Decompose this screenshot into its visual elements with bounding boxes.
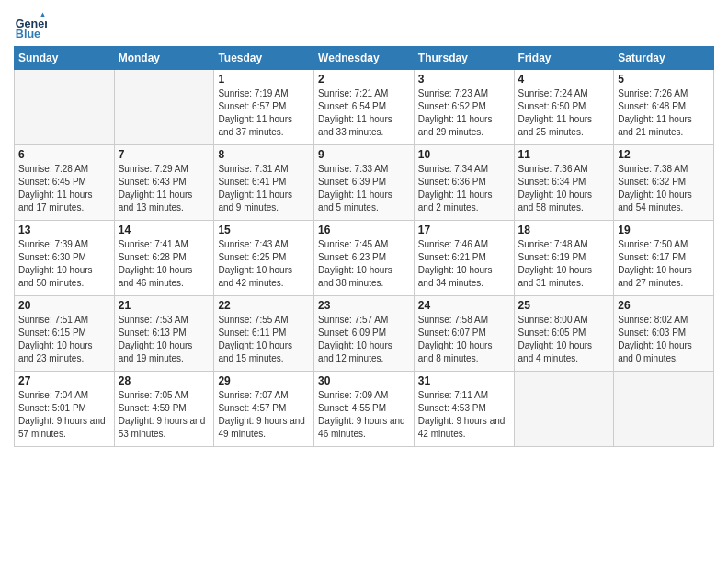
calendar-cell: 13Sunrise: 7:39 AMSunset: 6:30 PMDayligh…: [15, 221, 115, 296]
day-number: 25: [518, 299, 610, 312]
day-info: Sunrise: 7:23 AMSunset: 6:52 PMDaylight:…: [418, 87, 510, 139]
day-number: 30: [318, 374, 410, 387]
day-info: Sunrise: 7:21 AMSunset: 6:54 PMDaylight:…: [318, 87, 410, 139]
calendar-cell: 11Sunrise: 7:36 AMSunset: 6:34 PMDayligh…: [514, 145, 614, 221]
calendar-week-row: 20Sunrise: 7:51 AMSunset: 6:15 PMDayligh…: [15, 296, 714, 372]
day-info: Sunrise: 7:43 AMSunset: 6:25 PMDaylight:…: [218, 238, 310, 290]
day-number: 10: [418, 148, 510, 161]
day-number: 26: [618, 299, 710, 312]
calendar-cell: 10Sunrise: 7:34 AMSunset: 6:36 PMDayligh…: [414, 145, 514, 221]
weekday-header: Friday: [514, 47, 614, 70]
calendar-table: SundayMondayTuesdayWednesdayThursdayFrid…: [14, 46, 714, 447]
day-info: Sunrise: 7:46 AMSunset: 6:21 PMDaylight:…: [418, 238, 510, 290]
calendar-cell: 18Sunrise: 7:48 AMSunset: 6:19 PMDayligh…: [514, 221, 614, 296]
calendar-cell: 3Sunrise: 7:23 AMSunset: 6:52 PMDaylight…: [414, 70, 514, 145]
calendar-cell: 17Sunrise: 7:46 AMSunset: 6:21 PMDayligh…: [414, 221, 514, 296]
calendar-cell: 29Sunrise: 7:07 AMSunset: 4:57 PMDayligh…: [214, 372, 314, 447]
day-number: 27: [18, 374, 110, 387]
day-info: Sunrise: 7:31 AMSunset: 6:41 PMDaylight:…: [218, 163, 310, 214]
weekday-header: Wednesday: [314, 47, 415, 70]
day-info: Sunrise: 8:00 AMSunset: 6:05 PMDaylight:…: [518, 314, 610, 365]
calendar-cell: 14Sunrise: 7:41 AMSunset: 6:28 PMDayligh…: [114, 221, 214, 296]
day-number: 11: [518, 148, 610, 161]
calendar-cell: [514, 372, 614, 447]
calendar-body: 1Sunrise: 7:19 AMSunset: 6:57 PMDaylight…: [15, 70, 714, 447]
day-number: 4: [518, 73, 610, 86]
calendar-cell: [614, 372, 714, 447]
calendar-cell: 8Sunrise: 7:31 AMSunset: 6:41 PMDaylight…: [214, 145, 314, 221]
calendar-cell: 7Sunrise: 7:29 AMSunset: 6:43 PMDaylight…: [114, 145, 214, 221]
day-number: 14: [119, 224, 210, 236]
day-number: 28: [119, 374, 210, 387]
calendar-cell: 19Sunrise: 7:50 AMSunset: 6:17 PMDayligh…: [614, 221, 714, 296]
day-info: Sunrise: 7:33 AMSunset: 6:39 PMDaylight:…: [318, 163, 410, 214]
day-info: Sunrise: 7:09 AMSunset: 4:55 PMDaylight:…: [318, 389, 410, 441]
logo-icon: General Blue: [14, 9, 47, 42]
calendar-cell: 2Sunrise: 7:21 AMSunset: 6:54 PMDaylight…: [314, 70, 415, 145]
day-number: 2: [318, 73, 410, 86]
calendar-cell: 28Sunrise: 7:05 AMSunset: 4:59 PMDayligh…: [114, 372, 214, 447]
day-info: Sunrise: 7:28 AMSunset: 6:45 PMDaylight:…: [18, 163, 110, 214]
day-number: 8: [218, 148, 310, 161]
day-number: 9: [318, 148, 410, 161]
calendar-cell: 15Sunrise: 7:43 AMSunset: 6:25 PMDayligh…: [214, 221, 314, 296]
day-number: 13: [18, 224, 110, 236]
calendar-cell: 31Sunrise: 7:11 AMSunset: 4:53 PMDayligh…: [414, 372, 514, 447]
day-number: 19: [618, 224, 710, 236]
calendar-cell: 9Sunrise: 7:33 AMSunset: 6:39 PMDaylight…: [314, 145, 415, 221]
calendar-cell: 4Sunrise: 7:24 AMSunset: 6:50 PMDaylight…: [514, 70, 614, 145]
day-number: 21: [119, 299, 210, 312]
svg-text:Blue: Blue: [16, 28, 40, 40]
day-info: Sunrise: 7:29 AMSunset: 6:43 PMDaylight:…: [119, 163, 210, 214]
logo: General Blue: [14, 9, 51, 42]
day-number: 24: [418, 299, 510, 312]
svg-marker-2: [40, 13, 45, 17]
day-number: 7: [119, 148, 210, 161]
weekday-header: Thursday: [414, 47, 514, 70]
calendar-cell: 30Sunrise: 7:09 AMSunset: 4:55 PMDayligh…: [314, 372, 415, 447]
day-info: Sunrise: 7:11 AMSunset: 4:53 PMDaylight:…: [418, 389, 510, 441]
day-info: Sunrise: 7:38 AMSunset: 6:32 PMDaylight:…: [618, 163, 710, 214]
day-number: 12: [618, 148, 710, 161]
calendar-cell: 20Sunrise: 7:51 AMSunset: 6:15 PMDayligh…: [15, 296, 115, 372]
day-number: 5: [618, 73, 710, 86]
calendar-cell: 25Sunrise: 8:00 AMSunset: 6:05 PMDayligh…: [514, 296, 614, 372]
weekday-header: Sunday: [15, 47, 115, 70]
page-container: General Blue SundayMondayTuesdayWednesda…: [0, 0, 728, 456]
day-info: Sunrise: 7:51 AMSunset: 6:15 PMDaylight:…: [18, 314, 110, 365]
calendar-cell: 22Sunrise: 7:55 AMSunset: 6:11 PMDayligh…: [214, 296, 314, 372]
calendar-week-row: 13Sunrise: 7:39 AMSunset: 6:30 PMDayligh…: [15, 221, 714, 296]
day-info: Sunrise: 7:45 AMSunset: 6:23 PMDaylight:…: [318, 238, 410, 290]
day-info: Sunrise: 7:24 AMSunset: 6:50 PMDaylight:…: [518, 87, 610, 139]
calendar-cell: 26Sunrise: 8:02 AMSunset: 6:03 PMDayligh…: [614, 296, 714, 372]
day-info: Sunrise: 7:58 AMSunset: 6:07 PMDaylight:…: [418, 314, 510, 365]
calendar-cell: [114, 70, 214, 145]
weekday-header: Tuesday: [214, 47, 314, 70]
day-info: Sunrise: 7:55 AMSunset: 6:11 PMDaylight:…: [218, 314, 310, 365]
day-info: Sunrise: 7:34 AMSunset: 6:36 PMDaylight:…: [418, 163, 510, 214]
day-info: Sunrise: 7:57 AMSunset: 6:09 PMDaylight:…: [318, 314, 410, 365]
day-info: Sunrise: 7:05 AMSunset: 4:59 PMDaylight:…: [119, 389, 210, 441]
day-info: Sunrise: 7:48 AMSunset: 6:19 PMDaylight:…: [518, 238, 610, 290]
day-info: Sunrise: 7:41 AMSunset: 6:28 PMDaylight:…: [119, 238, 210, 290]
calendar-cell: 24Sunrise: 7:58 AMSunset: 6:07 PMDayligh…: [414, 296, 514, 372]
calendar-week-row: 6Sunrise: 7:28 AMSunset: 6:45 PMDaylight…: [15, 145, 714, 221]
weekday-header: Saturday: [614, 47, 714, 70]
day-number: 16: [318, 224, 410, 236]
day-number: 29: [218, 374, 310, 387]
day-number: 3: [418, 73, 510, 86]
day-info: Sunrise: 7:36 AMSunset: 6:34 PMDaylight:…: [518, 163, 610, 214]
day-info: Sunrise: 7:26 AMSunset: 6:48 PMDaylight:…: [618, 87, 710, 139]
day-info: Sunrise: 7:04 AMSunset: 5:01 PMDaylight:…: [18, 389, 110, 441]
calendar-cell: 16Sunrise: 7:45 AMSunset: 6:23 PMDayligh…: [314, 221, 415, 296]
day-number: 20: [18, 299, 110, 312]
calendar-cell: 5Sunrise: 7:26 AMSunset: 6:48 PMDaylight…: [614, 70, 714, 145]
day-number: 15: [218, 224, 310, 236]
day-number: 22: [218, 299, 310, 312]
day-info: Sunrise: 7:19 AMSunset: 6:57 PMDaylight:…: [218, 87, 310, 139]
day-info: Sunrise: 7:39 AMSunset: 6:30 PMDaylight:…: [18, 238, 110, 290]
day-number: 23: [318, 299, 410, 312]
calendar-cell: 1Sunrise: 7:19 AMSunset: 6:57 PMDaylight…: [214, 70, 314, 145]
day-info: Sunrise: 7:53 AMSunset: 6:13 PMDaylight:…: [119, 314, 210, 365]
day-number: 18: [518, 224, 610, 236]
